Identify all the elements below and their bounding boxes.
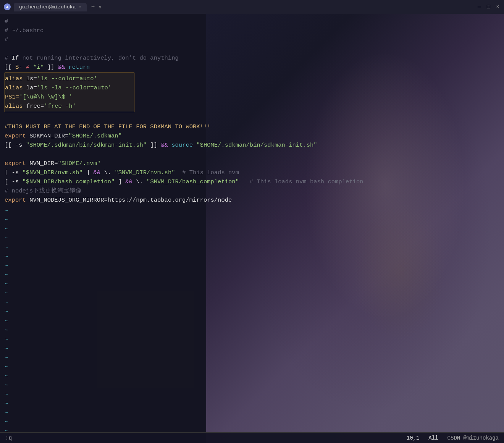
code-text: # ~/.bashrc	[5, 26, 44, 35]
tilde-5: ~	[5, 243, 499, 252]
tilde-14: ~	[5, 326, 499, 335]
window-controls: — □ ×	[478, 4, 499, 10]
nvm-comment2: # This loads nvm bash_completion	[239, 177, 363, 186]
sdkman-val: "$HOME/.sdkman"	[68, 131, 122, 141]
source-kw: source	[168, 141, 193, 150]
bs2: \.	[132, 177, 147, 186]
mirror-var: NVM_NODEJS_ORG_MIRROR=	[29, 196, 108, 205]
mirror-val: https://npm.taobao.org/mirrors/node	[108, 196, 232, 205]
pattern: *i*	[33, 63, 44, 72]
bracket4: ]]	[147, 141, 161, 150]
tilde-9: ~	[5, 280, 499, 289]
app-icon: ▲	[4, 3, 11, 10]
code-text: #	[5, 35, 8, 44]
tab-dropdown-icon[interactable]: ∨	[99, 4, 101, 10]
and2: &&	[161, 141, 168, 150]
and3: &&	[94, 168, 101, 177]
bracket5: [ -s	[5, 168, 23, 177]
blank-line	[5, 113, 499, 122]
code-comment-rest: not running interactively, don't do anyt…	[19, 53, 179, 63]
tilde-23: ~	[5, 408, 499, 417]
sdkman-var: SDKMAN_DIR=	[29, 131, 68, 141]
sdkman-comment-text: #THIS MUST BE AT THE END OF THE FILE FOR…	[5, 122, 211, 131]
tab-close-icon[interactable]: ×	[79, 5, 81, 9]
code-line-blank	[5, 44, 499, 53]
nvm-bc-val: "$NVM_DIR/bash_completion"	[147, 177, 239, 186]
var-dollar: $-	[15, 63, 23, 72]
titlebar: ▲ guzhenzhen@mizuhoka × + ∨ — □ ×	[0, 0, 504, 14]
nvm-comment1: # This loads nvm	[175, 168, 239, 177]
if-keyword: If	[12, 53, 19, 63]
code-content: # # ~/.bashrc # # If not running interac…	[0, 14, 504, 443]
alias-val2: 'ls -la --color=auto'	[37, 83, 111, 92]
bracket7: [ -s	[5, 177, 23, 186]
tilde-11: ~	[5, 298, 499, 307]
bracket2: ]]	[44, 63, 58, 72]
bracket6: ]	[83, 168, 94, 177]
alias-kw: alias	[5, 74, 26, 83]
export-mirror: export NVM_NODEJS_ORG_MIRROR=https://npm…	[5, 196, 499, 205]
tilde-18: ~	[5, 362, 499, 372]
minimize-button[interactable]: —	[478, 4, 481, 10]
ps1-var: PS1=	[5, 92, 19, 102]
export-nvm: export NVM_DIR="$HOME/.nvm"	[5, 159, 499, 168]
tilde-8: ~	[5, 270, 499, 280]
nvm-var: NVM_DIR=	[29, 159, 58, 168]
tab-main[interactable]: guzhenzhen@mizuhoka ×	[14, 3, 87, 11]
nvm-sh-val: "$NVM_DIR/nvm.sh"	[115, 168, 175, 177]
export-kw3: export	[5, 196, 29, 205]
brand-text: CSDN @mizuhokaga	[447, 435, 499, 441]
space2	[29, 63, 33, 72]
alias-line-1: alias ls='ls --color=auto'	[5, 74, 131, 83]
blank2	[5, 150, 499, 159]
and4: &&	[125, 177, 132, 186]
nvm-val: "$HOME/.nvm"	[58, 159, 101, 168]
vim-command: :q	[5, 435, 12, 441]
nvm-sh-line: [ -s "$NVM_DIR/nvm.sh" ] && \. "$NVM_DIR…	[5, 168, 499, 177]
tilde-10: ~	[5, 289, 499, 298]
terminal-area: # # ~/.bashrc # # If not running interac…	[0, 14, 504, 443]
close-window-button[interactable]: ×	[496, 4, 499, 10]
tilde-15: ~	[5, 335, 499, 344]
code-line-2: # ~/.bashrc	[5, 26, 499, 35]
and-op: &&	[58, 63, 65, 72]
tilde-3: ~	[5, 225, 499, 234]
nvm-bc-path: "$NVM_DIR/bash_completion"	[23, 177, 115, 186]
tilde-21: ~	[5, 390, 499, 399]
view-all: All	[428, 435, 438, 441]
sdkman-source-line: [[ -s "$HOME/.sdkman/bin/sdkman-init.sh"…	[5, 141, 499, 150]
alias-val1: 'ls --color=auto'	[37, 74, 97, 83]
alias-line-2: alias la='ls -la --color=auto'	[5, 83, 131, 92]
code-text: #	[5, 17, 8, 26]
bracket: [[	[5, 63, 15, 72]
tilde-17: ~	[5, 353, 499, 362]
bs1: \.	[100, 168, 115, 177]
tilde-1: ~	[5, 206, 499, 215]
alias-line-3: alias free='free -h'	[5, 102, 131, 111]
new-tab-button[interactable]: +	[91, 3, 95, 10]
space	[23, 63, 26, 72]
code-line-5: # If not running interactively, don't do…	[5, 53, 499, 63]
maximize-button[interactable]: □	[487, 4, 490, 10]
statusbar: :q 10,1 All CSDN @mizuhokaga	[0, 432, 504, 443]
tilde-16: ~	[5, 344, 499, 353]
nodejs-comment: # nodejs下载更换淘宝镜像	[5, 186, 499, 196]
nvm-sh-path: "$NVM_DIR/nvm.sh"	[23, 168, 83, 177]
alias-name2: la=	[26, 83, 37, 92]
code-line-1: #	[5, 17, 499, 26]
tilde-6: ~	[5, 252, 499, 261]
alias-kw2: alias	[5, 83, 26, 92]
alias-val3: 'free -h'	[44, 102, 76, 111]
tilde-24: ~	[5, 417, 499, 427]
tilde-4: ~	[5, 234, 499, 243]
ps1-line: PS1='[\u@\h \W]\$ '	[5, 92, 131, 102]
export-kw2: export	[5, 159, 29, 168]
tilde-2: ~	[5, 215, 499, 225]
nodejs-comment-text: # nodejs下载更换淘宝镜像	[5, 186, 82, 196]
command-text: :q	[5, 435, 12, 441]
code-line-6: [[ $- ≠ *i* ]] && return	[5, 63, 499, 72]
status-right-group: 10,1 All CSDN @mizuhokaga	[407, 435, 499, 441]
tilde-12: ~	[5, 307, 499, 316]
alias-kw3: alias	[5, 102, 26, 111]
tilde-13: ~	[5, 317, 499, 326]
